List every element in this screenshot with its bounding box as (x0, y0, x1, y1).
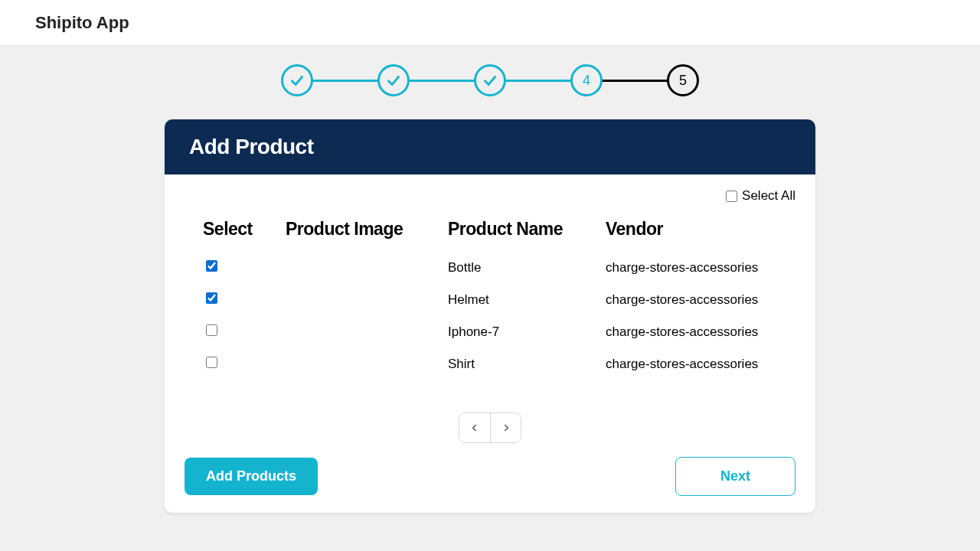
pager-prev-button[interactable] (459, 413, 490, 442)
row-name: Shirt (448, 357, 606, 372)
row-name: Helmet (448, 292, 606, 308)
row-vendor: charge-stores-accessories (606, 292, 777, 308)
card-title: Add Product (189, 135, 791, 159)
row-name: Bottle (448, 260, 606, 276)
col-image: Product Image (286, 219, 448, 240)
select-all-label: Select All (742, 188, 795, 204)
step-2[interactable] (377, 64, 410, 96)
table-row: Shirt charge-stores-accessories (203, 348, 777, 380)
row-name: Iphone-7 (448, 324, 606, 340)
table-header: Select Product Image Product Name Vendor (203, 213, 777, 252)
step-label: 4 (583, 73, 590, 89)
step-connector (505, 80, 571, 82)
card-body: Select All Select Product Image Product … (165, 174, 815, 513)
col-name: Product Name (448, 219, 606, 240)
chevron-right-icon (501, 422, 511, 433)
check-icon (482, 72, 498, 89)
content: 4 5 Add Product Select All Select Produc… (0, 46, 980, 513)
card-header: Add Product (165, 119, 815, 174)
button-label: Add Products (206, 468, 296, 484)
step-connector (312, 80, 378, 82)
table-row: Helmet charge-stores-accessories (203, 284, 777, 316)
step-1[interactable] (281, 64, 313, 96)
step-connector (409, 80, 475, 82)
table-row: Bottle charge-stores-accessories (203, 252, 777, 284)
row-checkbox[interactable] (206, 260, 217, 272)
select-all-row: Select All (185, 185, 795, 213)
row-checkbox[interactable] (206, 292, 217, 304)
col-select: Select (203, 219, 286, 240)
stepper: 4 5 (0, 64, 980, 96)
row-checkbox[interactable] (206, 357, 217, 368)
step-4[interactable]: 4 (570, 64, 603, 96)
table-row: Iphone-7 charge-stores-accessories (203, 316, 777, 348)
add-products-button[interactable]: Add Products (185, 458, 318, 495)
pager (185, 412, 795, 443)
step-5[interactable]: 5 (667, 64, 699, 96)
add-product-card: Add Product Select All Select Product Im… (165, 119, 815, 513)
product-table: Select Product Image Product Name Vendor… (185, 213, 795, 380)
card-actions: Add Products Next (185, 457, 795, 496)
row-vendor: charge-stores-accessories (606, 324, 777, 340)
chevron-left-icon (469, 422, 480, 433)
check-icon (289, 72, 305, 89)
step-3[interactable] (474, 64, 506, 96)
button-label: Next (720, 468, 750, 484)
row-vendor: charge-stores-accessories (606, 357, 777, 372)
col-vendor: Vendor (606, 219, 777, 240)
topbar: Shipito App (0, 0, 980, 46)
next-button[interactable]: Next (675, 457, 795, 496)
app-title: Shipito App (35, 13, 129, 33)
step-label: 5 (679, 73, 687, 89)
select-all-checkbox[interactable] (726, 191, 737, 202)
row-checkbox[interactable] (206, 324, 217, 336)
check-icon (385, 72, 402, 89)
step-connector (602, 80, 668, 82)
pager-box (459, 412, 521, 443)
row-vendor: charge-stores-accessories (606, 260, 777, 276)
pager-next-button[interactable] (490, 413, 521, 442)
